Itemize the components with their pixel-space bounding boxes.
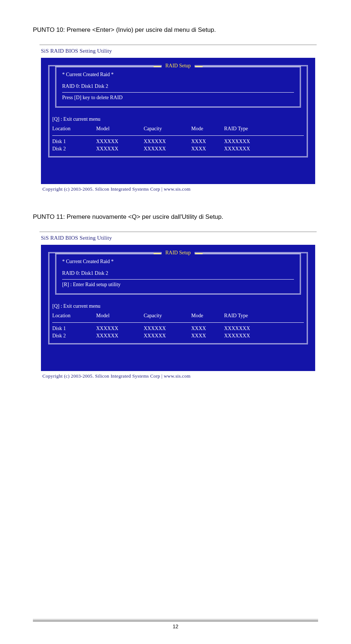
raid0-line: RAID 0: Disk1 Disk 2 bbox=[62, 83, 294, 89]
th-mode: Mode bbox=[191, 126, 224, 132]
step-label: PUNTO 11: bbox=[33, 213, 65, 220]
raid-setup-title: RAID Setup bbox=[162, 63, 195, 68]
bios-copyright: Copyright (c) 2003-2005. Silicon Integra… bbox=[41, 371, 315, 379]
press-d-hint: Press [D] key to delete RAID bbox=[62, 95, 294, 101]
bios-screenshot-2: SiS RAID BIOS Setting Utility RAID Setup… bbox=[39, 232, 317, 379]
bios-panel: RAID Setup * Current Created Raid * RAID… bbox=[41, 245, 315, 371]
th-type: RAID Type bbox=[224, 126, 304, 132]
bios-copyright: Copyright (c) 2003-2005. Silicon Integra… bbox=[41, 184, 315, 192]
table-header: Location Model Capacity Mode RAID Type bbox=[52, 312, 304, 319]
table-row: Disk 2 XXXXXX XXXXXX XXXX XXXXXXX bbox=[52, 145, 304, 153]
raid-setup-section: RAID Setup * Current Created Raid * RAID… bbox=[49, 66, 307, 111]
step-text: Premere <Enter> (Invio) per uscire dal m… bbox=[67, 26, 216, 33]
current-created-label: * Current Created Raid * bbox=[62, 259, 294, 265]
th-model: Model bbox=[96, 313, 144, 319]
table-row: Disk 1 XXXXXX XXXXXX XXXX XXXXXXX bbox=[52, 325, 304, 332]
th-model: Model bbox=[96, 126, 144, 132]
th-type: RAID Type bbox=[224, 313, 304, 319]
th-capacity: Capacity bbox=[144, 126, 191, 132]
raid-setup-section: RAID Setup * Current Created Raid * RAID… bbox=[49, 253, 307, 298]
bios-title: SiS RAID BIOS Setting Utility bbox=[39, 232, 317, 245]
exit-q-hint: [Q] : Exit current menu bbox=[52, 303, 304, 309]
step-text: Premere nuovamente <Q> per uscire dall'U… bbox=[67, 213, 223, 220]
step-11: PUNTO 11: Premere nuovamente <Q> per usc… bbox=[33, 213, 318, 221]
bios-outer-frame: RAID Setup * Current Created Raid * RAID… bbox=[48, 65, 308, 157]
th-mode: Mode bbox=[191, 313, 224, 319]
raid0-line: RAID 0: Disk1 Disk 2 bbox=[62, 270, 294, 276]
disk-table: Location Model Capacity Mode RAID Type D… bbox=[52, 125, 304, 153]
table-row: Disk 2 XXXXXX XXXXXX XXXX XXXXXXX bbox=[52, 332, 304, 340]
bios-screenshot-1: SiS RAID BIOS Setting Utility RAID Setup… bbox=[39, 45, 317, 192]
bios-title: SiS RAID BIOS Setting Utility bbox=[39, 45, 317, 58]
step-label: PUNTO 10: bbox=[33, 26, 65, 33]
th-capacity: Capacity bbox=[144, 313, 191, 319]
exit-q-hint: [Q] : Exit current menu bbox=[52, 116, 304, 122]
table-header: Location Model Capacity Mode RAID Type bbox=[52, 125, 304, 132]
exit-hint-section: [Q] : Exit current menu Location Model C… bbox=[49, 298, 307, 343]
raid-setup-inner: RAID Setup * Current Created Raid * RAID… bbox=[55, 66, 301, 108]
bios-panel: RAID Setup * Current Created Raid * RAID… bbox=[41, 58, 315, 184]
bios-outer-frame: RAID Setup * Current Created Raid * RAID… bbox=[48, 252, 308, 344]
step-10: PUNTO 10: Premere <Enter> (Invio) per us… bbox=[33, 26, 318, 34]
enter-r-hint: [R] : Enter Raid setup utility bbox=[62, 282, 294, 288]
current-created-label: * Current Created Raid * bbox=[62, 72, 294, 78]
disk-table: Location Model Capacity Mode RAID Type D… bbox=[52, 312, 304, 340]
raid-setup-inner: RAID Setup * Current Created Raid * RAID… bbox=[55, 253, 301, 295]
th-location: Location bbox=[52, 126, 96, 132]
exit-hint-section: [Q] : Exit current menu Location Model C… bbox=[49, 111, 307, 156]
raid-setup-title: RAID Setup bbox=[162, 250, 195, 255]
table-row: Disk 1 XXXXXX XXXXXX XXXX XXXXXXX bbox=[52, 138, 304, 145]
th-location: Location bbox=[52, 313, 96, 319]
